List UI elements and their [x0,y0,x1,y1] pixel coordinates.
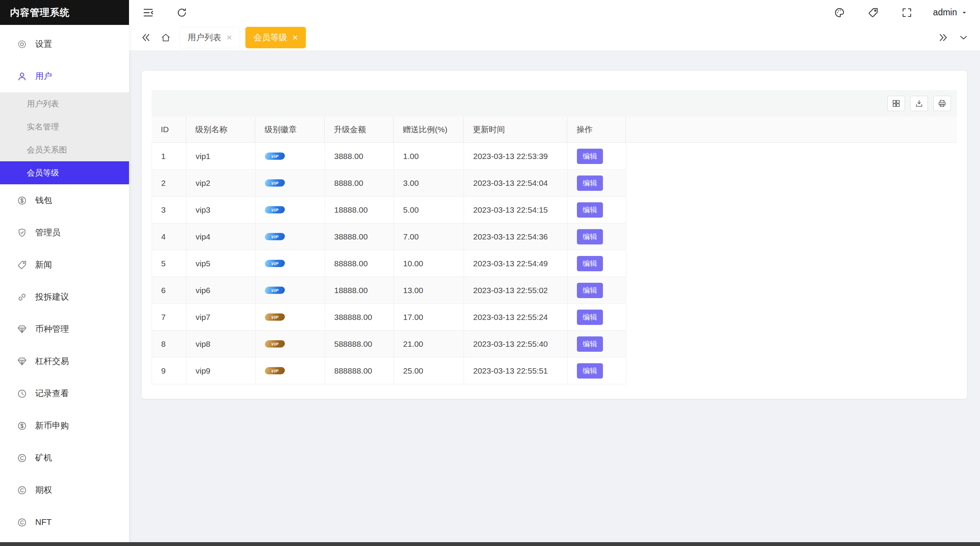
sidebar-item-settings[interactable]: 设置 [0,28,129,60]
cell-ratio: 3.00 [394,170,464,196]
tag-icon[interactable] [866,5,881,20]
tab-label: 会员等级 [253,32,287,43]
tab-close-icon[interactable]: × [292,33,298,42]
gear-icon [17,39,28,49]
column-header-filler [626,116,957,143]
table-row: 1vip1VIP3888.001.002023-03-13 22:53:39编辑 [152,143,626,170]
topbar-left [140,5,189,20]
user-menu[interactable]: admin [933,7,969,18]
sidebar-item-options[interactable]: 期权 [0,474,129,506]
print-button[interactable] [933,96,951,111]
sidebar-item-label: 杠杆交易 [35,356,69,367]
gem-icon [17,356,28,367]
cell-amount: 8888.00 [325,170,394,196]
sidebar-subitem-real-name[interactable]: 实名管理 [0,115,129,138]
member-level-card: ID级别名称级别徽章升级金额赠送比例(%)更新时间操作1vip1VIP3888.… [142,71,967,399]
sidebar-item-label: NFT [35,517,52,527]
cell-id: 1 [152,143,186,169]
sidebar-item-admins[interactable]: 管理员 [0,216,129,249]
home-icon[interactable] [160,32,171,43]
sidebar-subitem-user-list[interactable]: 用户列表 [0,92,129,115]
cell-updated: 2023-03-13 22:55:24 [464,304,568,330]
sidebar-subitem-member-graph[interactable]: 会员关系图 [0,138,129,161]
sidebar-item-nft[interactable]: NFT [0,506,129,538]
tab-member-level[interactable]: 会员等级× [245,27,306,48]
gem-icon [17,324,28,334]
column-settings-button[interactable] [887,96,905,111]
column-header-1: 级别名称 [186,116,255,143]
table-row: 7vip7VIP388888.0017.002023-03-13 22:55:2… [152,304,626,331]
tab-close-icon[interactable]: × [227,33,232,42]
sidebar-item-new-coin[interactable]: 新币申购 [0,410,129,442]
tabs-scroll-left-icon[interactable] [140,31,152,44]
circle-arc-icon [17,517,28,528]
sidebar-item-label: 钱包 [35,195,52,206]
fullscreen-icon[interactable] [899,5,915,20]
cell-updated: 2023-03-13 22:54:15 [464,197,568,223]
sidebar-item-leverage[interactable]: 杠杆交易 [0,345,129,377]
edit-button[interactable]: 编辑 [577,149,603,164]
tab-user-list[interactable]: 用户列表× [180,27,240,48]
column-header-3: 升级金额 [325,116,394,143]
cell-actions: 编辑 [568,250,626,277]
sidebar-item-records[interactable]: 记录查看 [0,377,129,410]
cell-id: 4 [152,223,186,250]
horizontal-scrollbar[interactable] [0,542,980,546]
edit-button[interactable]: 编辑 [577,256,603,271]
edit-button[interactable]: 编辑 [577,175,603,191]
member-level-table: ID级别名称级别徽章升级金额赠送比例(%)更新时间操作1vip1VIP3888.… [152,116,957,384]
refresh-icon[interactable] [174,5,189,20]
edit-button[interactable]: 编辑 [577,229,603,244]
sidebar-item-users[interactable]: 用户 [0,60,129,92]
tabs-menu-icon[interactable] [958,32,969,43]
app-logo: 内容管理系统 [0,0,129,25]
cell-amount: 18888.00 [325,197,394,223]
sidebar-item-label: 新闻 [35,259,52,271]
cell-actions: 编辑 [568,304,626,330]
table-row: 6vip6VIP18888.0013.002023-03-13 22:55:02… [152,277,626,304]
theme-palette-icon[interactable] [832,5,847,20]
cell-badge: VIP [256,357,325,384]
circle-arc-icon [17,485,28,495]
cell-updated: 2023-03-13 22:55:40 [464,331,568,357]
cell-badge: VIP [256,143,325,169]
app-root: 内容管理系统 admin 设置用户用户列表实名管理会员关系图会员等级钱包管理员新… [0,0,980,546]
dollar-circle-icon [17,420,28,431]
app-title: 内容管理系统 [10,6,70,19]
cell-name: vip2 [186,170,256,196]
export-button[interactable] [910,96,928,111]
sidebar-item-label: 矿机 [35,452,52,464]
cell-ratio: 17.00 [394,304,464,330]
cell-updated: 2023-03-13 22:55:51 [464,357,568,384]
table-row: 5vip5VIP88888.0010.002023-03-13 22:54:49… [152,250,626,277]
sidebar-item-wallet[interactable]: 钱包 [0,184,129,216]
cell-amount: 88888.00 [325,250,394,277]
edit-button[interactable]: 编辑 [577,283,603,298]
open-tabs: 用户列表×会员等级× [180,27,306,48]
vip-badge: VIP [265,367,285,374]
table-row: 8vip8VIP588888.0021.002023-03-13 22:55:4… [152,331,626,357]
sidebar-item-feedback[interactable]: 投拆建议 [0,281,129,313]
sidebar-subitem-member-level[interactable]: 会员等级 [0,161,129,184]
menu-collapse-icon[interactable] [140,5,156,20]
cell-name: vip8 [186,331,256,357]
cell-updated: 2023-03-13 22:54:49 [464,250,568,277]
dollar-circle-icon [17,195,28,206]
edit-button[interactable]: 编辑 [577,336,603,352]
sidebar-item-news[interactable]: 新闻 [0,249,129,281]
edit-button[interactable]: 编辑 [577,310,603,325]
sidebar-item-miner[interactable]: 矿机 [0,442,129,474]
user-icon [17,71,28,82]
topbar-right: admin [832,5,969,20]
cell-ratio: 1.00 [394,143,464,169]
sidebar-item-currency[interactable]: 币种管理 [0,313,129,345]
sidebar-item-label: 记录查看 [35,388,69,399]
tag-icon [17,259,28,270]
cell-name: vip1 [186,143,256,169]
sidebar-item-label: 投拆建议 [35,291,69,303]
tabs-scroll-right-icon[interactable] [937,31,949,44]
vip-badge: VIP [265,179,285,187]
edit-button[interactable]: 编辑 [577,363,603,379]
content-column: 用户列表×会员等级× ID级别名称级别徽章升级金额赠送比例(%)更新时间操作1v… [129,25,980,546]
edit-button[interactable]: 编辑 [577,202,603,218]
